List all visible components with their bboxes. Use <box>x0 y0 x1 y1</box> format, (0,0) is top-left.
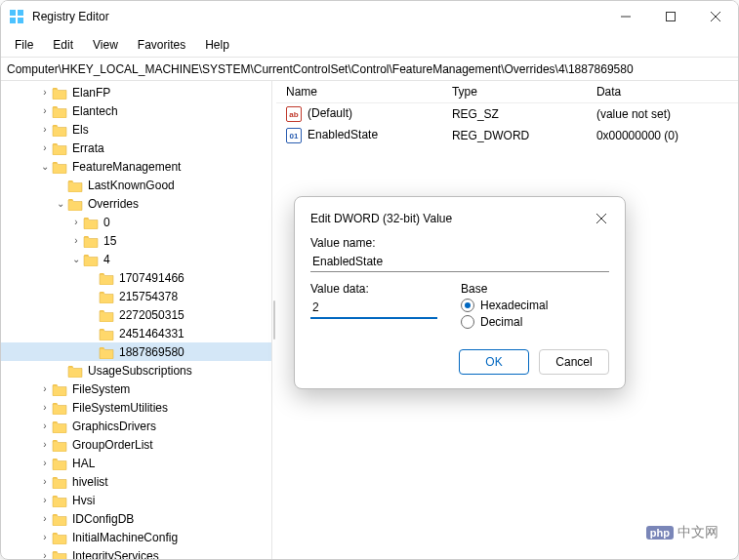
minimize-button[interactable] <box>603 1 648 32</box>
menu-favorites[interactable]: Favorites <box>130 35 193 55</box>
tree-item-label: ElanFP <box>70 86 110 100</box>
tree-item[interactable]: ›FileSystemUtilities <box>1 398 271 417</box>
tree-item-label: FeatureManagement <box>70 160 181 174</box>
chevron-right-icon[interactable]: › <box>38 105 52 116</box>
maximize-button[interactable] <box>648 1 693 32</box>
chevron-right-icon[interactable]: › <box>38 439 52 450</box>
value-data-input[interactable] <box>310 298 437 319</box>
watermark-text: 中文网 <box>677 524 718 541</box>
tree-item[interactable]: ⌄FeatureManagement <box>1 157 271 176</box>
chevron-right-icon[interactable]: › <box>38 532 52 542</box>
tree-item[interactable]: ›GraphicsDrivers <box>1 417 271 435</box>
menu-edit[interactable]: Edit <box>45 35 81 55</box>
chevron-right-icon[interactable]: › <box>38 383 52 394</box>
tree-item[interactable]: ·LastKnownGood <box>1 176 271 194</box>
svg-rect-2 <box>10 18 16 23</box>
radio-decimal[interactable]: Decimal <box>461 315 548 329</box>
tree-item[interactable]: ›hivelist <box>1 472 271 491</box>
dec-label: Decimal <box>480 315 522 329</box>
chevron-down-icon[interactable]: ⌄ <box>54 198 67 209</box>
tree-item[interactable]: ·2451464331 <box>1 324 271 342</box>
menu-view[interactable]: View <box>85 35 126 55</box>
folder-icon <box>99 327 114 340</box>
chevron-right-icon[interactable]: › <box>38 495 52 505</box>
tree-item[interactable]: ⌄4 <box>1 250 271 268</box>
tree-item[interactable]: ›Els <box>1 120 271 139</box>
chevron-right-icon[interactable]: › <box>38 420 52 431</box>
tree-item[interactable]: ·215754378 <box>1 287 271 305</box>
tree-item-label: FileSystemUtilities <box>70 401 168 415</box>
close-button[interactable] <box>693 1 738 32</box>
chevron-right-icon[interactable]: › <box>69 235 83 246</box>
value-data: 0x00000000 (0) <box>587 125 738 146</box>
tree-item-label: GroupOrderList <box>70 438 153 452</box>
tree-item[interactable]: ›Hvsi <box>1 491 271 509</box>
tree-item[interactable]: ›0 <box>1 213 271 231</box>
ok-button[interactable]: OK <box>459 349 529 375</box>
tree-item[interactable]: ›FileSystem <box>1 380 271 398</box>
value-row[interactable]: ab(Default)REG_SZ(value not set) <box>276 103 738 126</box>
tree-item[interactable]: ·UsageSubscriptions <box>1 361 271 380</box>
tree-item-label: Hvsi <box>70 494 95 507</box>
tree-item[interactable]: ›IDConfigDB <box>1 509 271 528</box>
tree-item[interactable]: ›15 <box>1 231 271 250</box>
chevron-right-icon[interactable]: › <box>38 87 52 98</box>
tree-item[interactable]: ›ElanFP <box>1 83 271 101</box>
tree-item[interactable]: ›GroupOrderList <box>1 435 271 454</box>
folder-icon <box>83 216 99 229</box>
tree-item[interactable]: ›IntegrityServices <box>1 546 271 559</box>
tree-item-label: IDConfigDB <box>70 512 134 526</box>
menu-file[interactable]: File <box>7 35 41 55</box>
folder-icon <box>52 141 67 155</box>
dialog-close-button[interactable] <box>594 211 609 226</box>
chevron-right-icon[interactable]: › <box>38 142 52 153</box>
chevron-right-icon[interactable]: › <box>38 402 52 413</box>
folder-icon <box>67 179 83 192</box>
col-type[interactable]: Type <box>442 81 587 103</box>
svg-rect-3 <box>18 18 23 23</box>
folder-icon <box>52 475 67 489</box>
tree-item[interactable]: ·2272050315 <box>1 305 271 324</box>
cancel-button[interactable]: Cancel <box>539 349 609 375</box>
value-name-input[interactable] <box>310 252 609 272</box>
dword-value-icon: 01 <box>286 128 302 143</box>
tree-item-label: LastKnownGood <box>86 179 175 192</box>
tree-item[interactable]: ·1887869580 <box>1 342 271 361</box>
radio-hexadecimal[interactable]: Hexadecimal <box>461 299 548 312</box>
tree-panel[interactable]: ›ElanFP›Elantech›Els›Errata⌄FeatureManag… <box>1 81 272 559</box>
folder-icon <box>99 271 114 285</box>
chevron-down-icon[interactable]: ⌄ <box>38 161 52 172</box>
menu-help[interactable]: Help <box>197 35 237 55</box>
folder-icon <box>52 494 67 507</box>
watermark: php 中文网 <box>646 524 718 541</box>
address-bar[interactable]: Computer\HKEY_LOCAL_MACHINE\SYSTEM\Curre… <box>1 58 738 81</box>
folder-icon <box>52 549 67 560</box>
chevron-right-icon[interactable]: › <box>38 550 52 559</box>
hex-label: Hexadecimal <box>480 299 548 312</box>
chevron-right-icon[interactable]: › <box>38 476 52 487</box>
tree-item-label: Els <box>70 123 89 137</box>
chevron-right-icon[interactable]: › <box>38 124 52 135</box>
col-name[interactable]: Name <box>276 81 442 103</box>
chevron-right-icon[interactable]: › <box>38 513 52 524</box>
chevron-right-icon[interactable]: › <box>38 458 52 468</box>
folder-icon <box>52 123 67 137</box>
folder-icon <box>52 160 67 174</box>
col-data[interactable]: Data <box>587 81 738 103</box>
tree-item[interactable]: ·1707491466 <box>1 268 271 287</box>
tree-item-label: hivelist <box>70 475 108 489</box>
tree-item[interactable]: ›Errata <box>1 139 271 157</box>
value-name-label: Value name: <box>310 236 609 250</box>
chevron-right-icon[interactable]: › <box>69 217 83 227</box>
tree-item[interactable]: ›InitialMachineConfig <box>1 528 271 546</box>
tree-item[interactable]: ›HAL <box>1 454 271 472</box>
chevron-down-icon[interactable]: ⌄ <box>69 254 83 264</box>
value-data: (value not set) <box>587 103 738 126</box>
folder-icon <box>83 234 99 248</box>
tree-item[interactable]: ⌄Overrides <box>1 194 271 213</box>
string-value-icon: ab <box>286 106 302 122</box>
tree-item-label: InitialMachineConfig <box>70 531 178 544</box>
svg-rect-1 <box>18 10 23 16</box>
tree-item[interactable]: ›Elantech <box>1 101 271 120</box>
value-row[interactable]: 01EnabledStateREG_DWORD0x00000000 (0) <box>276 125 738 146</box>
